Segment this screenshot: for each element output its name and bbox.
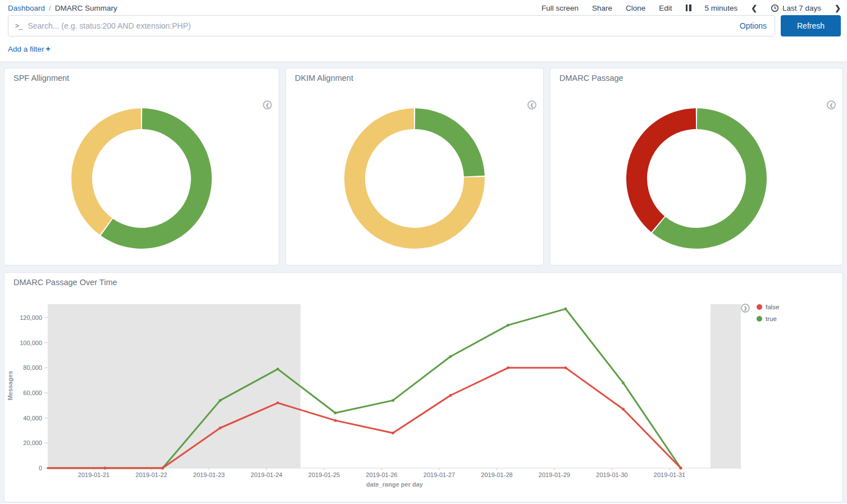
dkim-alignment-donut-chart[interactable] (286, 68, 543, 265)
dashboard-grid: SPF Allignment ❮ DKIM Alignment ❮ DMARC … (4, 68, 843, 502)
svg-text:20,000: 20,000 (23, 439, 42, 446)
chevron-right-icon: ❯ (744, 306, 748, 311)
dashboard-area: SPF Allignment ❮ DKIM Alignment ❮ DMARC … (0, 62, 847, 503)
breadcrumb-dashboard-link[interactable]: Dashboard (8, 4, 45, 12)
panel-title: SPF Allignment (13, 74, 69, 83)
pause-refresh-button[interactable] (686, 4, 691, 11)
panel-spf-alignment: SPF Allignment ❮ (4, 68, 279, 265)
legend-collapse-button[interactable]: ❯ (741, 304, 750, 313)
share-button[interactable]: Share (592, 4, 612, 12)
panel-dmarc-passage: DMARC Passage ❮ (550, 68, 843, 265)
svg-text:80,000: 80,000 (23, 364, 42, 371)
time-range-label: Last 7 days (782, 4, 821, 12)
clock-icon (771, 4, 779, 12)
svg-text:0: 0 (39, 465, 42, 471)
svg-text:2019-01-25: 2019-01-25 (308, 471, 340, 478)
query-bar: >_ Options (8, 15, 775, 36)
time-forward-button[interactable]: ❯ (835, 4, 841, 12)
filter-bar: Add a filter+ (0, 36, 847, 62)
top-nav-menu: Full screen Share Clone Edit 5 minutes ❮… (541, 4, 841, 12)
chevron-left-icon: ❮ (266, 103, 270, 108)
refresh-button[interactable]: Refresh (781, 15, 841, 36)
query-options-link[interactable]: Options (740, 21, 767, 30)
legend-expand-button[interactable]: ❮ (527, 100, 536, 109)
svg-text:2019-01-28: 2019-01-28 (481, 471, 512, 478)
svg-text:2019-01-24: 2019-01-24 (251, 471, 282, 478)
panel-dkim-alignment: DKIM Alignment ❮ (285, 68, 544, 265)
svg-text:2019-01-27: 2019-01-27 (424, 471, 455, 478)
panel-title: DKIM Alignment (295, 74, 353, 83)
legend-label: true (766, 315, 777, 322)
svg-text:120,000: 120,000 (20, 314, 42, 321)
svg-text:2019-01-29: 2019-01-29 (539, 471, 570, 478)
chevron-left-icon: ❮ (751, 4, 757, 12)
legend-dot-false (757, 304, 762, 310)
breadcrumb: Dashboard / DMARC Summary (8, 4, 541, 12)
chart-legend: false true (757, 304, 779, 322)
svg-text:2019-01-21: 2019-01-21 (78, 471, 110, 478)
spf-alignment-donut-chart[interactable] (4, 68, 279, 265)
breadcrumb-separator: / (49, 4, 51, 12)
edit-button[interactable]: Edit (659, 4, 672, 12)
search-input[interactable] (28, 21, 739, 30)
full-screen-button[interactable]: Full screen (541, 4, 579, 12)
svg-text:2019-01-23: 2019-01-23 (193, 471, 225, 478)
refresh-interval-button[interactable]: 5 minutes (705, 4, 738, 12)
panel-dmarc-passage-over-time: DMARC Passage Over Time Messages date_ra… (4, 272, 843, 502)
chevron-left-icon: ❮ (530, 103, 534, 108)
clone-button[interactable]: Clone (626, 4, 645, 12)
chevron-right-icon: ❯ (835, 4, 841, 12)
plus-icon: + (46, 44, 51, 53)
query-row: >_ Options Refresh (8, 15, 841, 36)
chevron-left-icon: ❮ (830, 103, 834, 108)
console-prompt-icon: >_ (15, 22, 22, 30)
legend-label: false (766, 304, 779, 310)
legend-item-true[interactable]: true (757, 315, 779, 322)
page-title: DMARC Summary (55, 4, 117, 12)
panel-title: DMARC Passage Over Time (13, 278, 117, 287)
legend-expand-button[interactable]: ❮ (263, 100, 272, 109)
svg-text:2019-01-26: 2019-01-26 (366, 471, 397, 478)
legend-expand-button[interactable]: ❮ (827, 100, 836, 109)
svg-text:60,000: 60,000 (23, 390, 42, 396)
dmarc-passage-donut-chart[interactable] (550, 68, 843, 265)
y-axis-title: Messages (7, 338, 13, 433)
svg-text:2019-01-30: 2019-01-30 (596, 471, 627, 478)
panel-title: DMARC Passage (559, 74, 623, 83)
svg-text:2019-01-22: 2019-01-22 (135, 471, 167, 478)
legend-item-false[interactable]: false (757, 304, 779, 310)
svg-text:2019-01-31: 2019-01-31 (654, 471, 685, 478)
x-axis-title: date_range per day (48, 481, 741, 488)
add-filter-link[interactable]: Add a filter+ (8, 45, 51, 53)
legend-dot-true (757, 316, 762, 322)
svg-text:100,000: 100,000 (20, 340, 42, 346)
top-bar: Dashboard / DMARC Summary Full screen Sh… (0, 0, 847, 15)
svg-text:40,000: 40,000 (23, 415, 42, 421)
time-range-picker[interactable]: Last 7 days (771, 4, 821, 12)
time-back-button[interactable]: ❮ (751, 4, 757, 12)
pause-icon (686, 4, 691, 11)
dmarc-passage-line-chart[interactable]: 020,00040,00060,00080,000100,000120,0002… (4, 273, 843, 502)
